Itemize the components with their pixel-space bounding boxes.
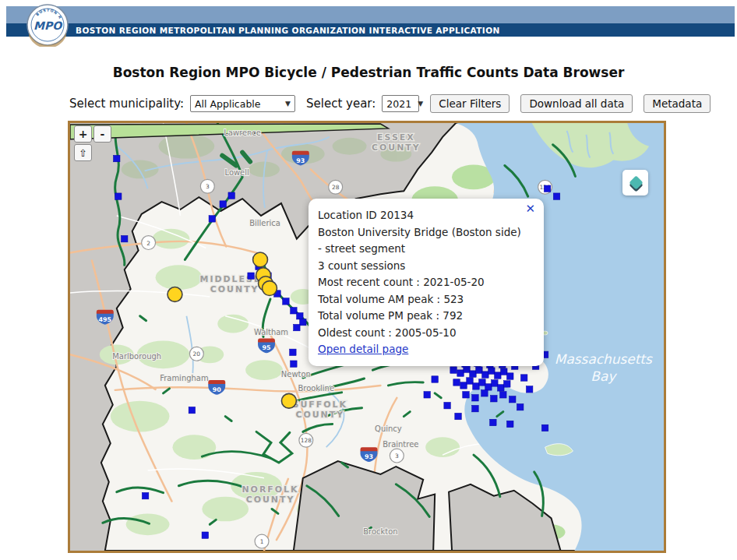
svg-text:3: 3 [206,183,210,190]
count-location-marker[interactable] [482,372,488,378]
zoom-out-button[interactable]: - [93,125,111,143]
popup-location-type: - street segment [318,241,534,258]
count-location-marker[interactable] [520,375,527,381]
highway-shield: 2 [142,236,156,250]
municipality-select[interactable]: All Applicable ▼ [190,95,295,112]
count-location-marker[interactable] [457,370,464,376]
count-location-marker[interactable] [115,193,122,199]
count-location-marker[interactable] [453,379,460,386]
count-location-marker[interactable] [432,376,438,382]
download-all-data-button[interactable]: Download all data [520,94,633,113]
count-location-marker[interactable] [290,349,296,355]
count-location-marker[interactable] [297,313,303,319]
county-label: SUFFOLK [293,400,347,410]
count-location-marker[interactable] [220,201,226,207]
open-detail-page-link[interactable]: Open detail page [318,341,408,358]
count-location-marker[interactable] [504,381,510,387]
home-extent-button[interactable]: ⇧ [74,144,92,161]
count-location-marker[interactable] [526,386,532,393]
count-location-marker[interactable] [450,367,457,373]
city-label: Marlborough [112,352,161,361]
selected-location-marker[interactable] [263,281,277,296]
popup-pm-peak: Total volume PM peak : 792 [318,308,534,325]
count-location-marker[interactable] [114,155,120,161]
app-page: BOSTON REGION METROPOLITAN PLANNING ORGA… [0,0,737,560]
count-location-marker[interactable] [500,392,506,398]
zoom-in-button[interactable]: + [74,125,92,143]
svg-text:20: 20 [193,350,201,357]
count-location-marker[interactable] [121,235,127,241]
count-location-marker[interactable] [490,419,496,425]
year-select[interactable]: 2021 ▼ [382,95,419,112]
selected-location-marker[interactable] [281,393,296,408]
highway-shield: 20 [189,347,203,361]
count-location-marker[interactable] [479,379,485,386]
svg-text:28: 28 [332,184,340,191]
count-location-marker[interactable] [507,373,513,379]
count-location-marker[interactable] [495,372,501,379]
highway-shield: 128 [299,433,313,447]
count-location-marker[interactable] [300,319,306,325]
highway-shield: 495 [97,310,114,325]
popup-count-sessions: 3 count sessions [318,258,534,275]
count-location-marker[interactable] [476,367,482,373]
count-location-marker[interactable] [517,403,523,410]
popup-most-recent-count: Most recent count : 2021-05-20 [318,274,534,291]
count-location-marker[interactable] [283,298,289,305]
count-location-marker[interactable] [481,390,488,396]
count-location-marker[interactable] [467,378,473,384]
count-location-marker[interactable] [291,361,297,367]
count-location-marker[interactable] [473,383,479,389]
count-location-marker[interactable] [464,366,470,372]
count-location-marker[interactable] [455,413,461,419]
count-location-marker[interactable] [470,371,476,377]
count-location-marker[interactable] [541,424,548,431]
count-location-marker[interactable] [202,532,208,538]
svg-text:93: 93 [296,157,305,164]
count-location-marker[interactable] [189,407,195,413]
water-label-text: Bay [591,368,617,384]
count-location-marker[interactable] [510,396,516,403]
metadata-button[interactable]: Metadata [644,94,711,113]
popup-am-peak: Total volume AM peak : 523 [318,291,534,308]
city-label: Newton [281,370,311,379]
count-location-marker[interactable] [501,368,507,375]
selected-location-marker[interactable] [168,287,182,302]
clear-filters-button[interactable]: Clear Filters [430,94,510,113]
selected-location-marker[interactable] [253,252,268,267]
mpo-logo: BOSTON REGION MPO [26,3,69,47]
chevron-down-icon: ▼ [285,100,291,107]
city-label: Quincy [375,424,402,433]
count-location-marker[interactable] [142,492,148,498]
count-location-marker[interactable] [491,396,497,402]
basemap-toggle-button[interactable] [622,170,648,195]
map-outside-wedge-brockton [294,461,435,551]
count-location-marker[interactable] [488,368,495,374]
count-location-marker[interactable] [472,405,478,411]
year-selected-value: 2021 [386,98,411,110]
svg-text:2: 2 [146,240,150,247]
county-label: COUNTY [210,284,259,294]
count-location-marker[interactable] [507,421,513,427]
map[interactable]: ESSEXCOUNTYMIDDLESEXCOUNTYSUFFOLKCOUNTYN… [68,121,666,553]
count-location-marker[interactable] [492,380,498,386]
count-location-marker[interactable] [444,402,450,408]
popup-close-button[interactable]: ✕ [525,203,535,215]
count-location-marker[interactable] [485,384,492,390]
count-location-marker[interactable] [294,324,300,330]
count-location-marker[interactable] [291,308,297,314]
count-location-marker[interactable] [553,193,559,199]
count-location-marker[interactable] [472,395,478,401]
count-location-marker[interactable] [544,185,550,192]
count-location-marker[interactable] [209,216,215,222]
city-label: Billerica [249,219,280,227]
popup-location-name: Boston University Bridge (Boston side) [318,224,534,241]
count-location-marker[interactable] [498,385,504,391]
svg-text:1: 1 [260,538,264,545]
count-location-marker[interactable] [228,192,235,199]
count-location-marker[interactable] [463,392,469,398]
count-location-marker[interactable] [460,382,467,389]
count-location-marker[interactable] [248,273,254,279]
header-top-bar [6,6,735,23]
count-location-marker[interactable] [424,392,430,398]
